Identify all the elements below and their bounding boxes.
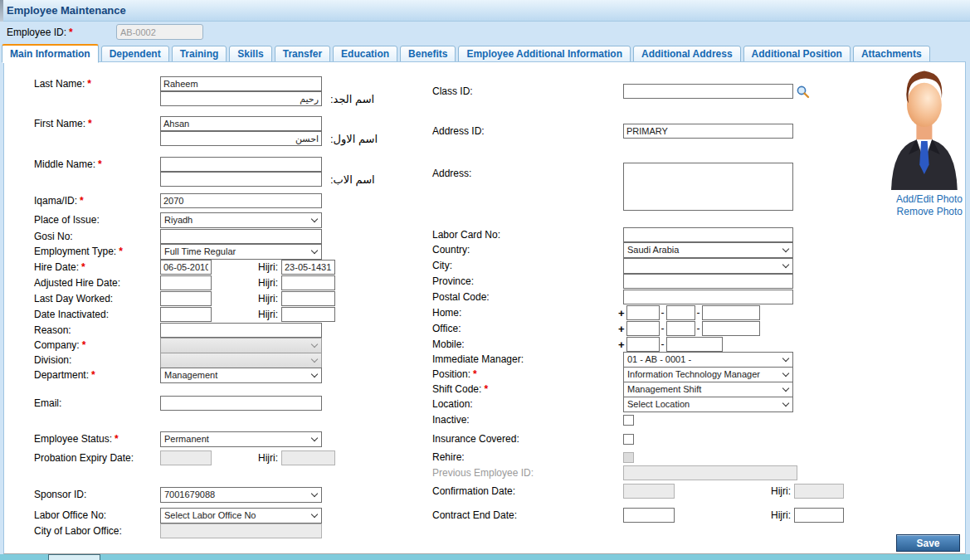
date-inactivated-field[interactable]	[160, 307, 212, 322]
office-phone-area-field[interactable]	[666, 321, 695, 336]
tab-attachments[interactable]: Attachments	[853, 46, 930, 62]
adjusted-hire-date-label: Adjusted Hire Date:	[34, 277, 160, 289]
iqama-id-field[interactable]	[160, 193, 322, 208]
chevron-down-icon	[311, 215, 318, 222]
home-phone-area-field[interactable]	[666, 305, 695, 320]
tab-training[interactable]: Training	[172, 46, 227, 62]
last-day-worked-field[interactable]	[160, 291, 212, 306]
tab-transfer[interactable]: Transfer	[275, 46, 330, 62]
first-name-field[interactable]	[160, 116, 322, 131]
confirmation-date-hijri-field	[794, 484, 844, 499]
gosi-no-field[interactable]	[160, 229, 322, 244]
adjusted-hire-date-hijri-field[interactable]	[281, 275, 335, 290]
contract-end-date-field[interactable]	[623, 508, 675, 523]
lookup-magnifier-icon[interactable]	[796, 85, 810, 99]
mobile-phone-label: Mobile:	[432, 338, 618, 350]
hijri-label: Hijri:	[675, 485, 791, 497]
place-of-issue-select[interactable]: Riyadh	[160, 212, 322, 228]
location-select[interactable]: Select Location	[623, 397, 793, 412]
save-button[interactable]: Save	[896, 534, 960, 552]
department-row: Department:* Management	[34, 368, 322, 382]
shift-code-select[interactable]: Management Shift	[623, 382, 793, 397]
province-field[interactable]	[623, 274, 793, 289]
last-name-label: Last Name:	[34, 78, 85, 90]
chevron-down-icon	[782, 261, 789, 267]
employee-status-row: Employee Status:* Permanent	[34, 431, 322, 446]
last-name-row: Last Name:*	[34, 76, 322, 91]
reason-row: Reason:	[34, 323, 322, 338]
hire-date-field[interactable]	[160, 260, 212, 275]
last-name-arabic-field[interactable]	[160, 91, 322, 106]
employee-status-select[interactable]: Permanent	[160, 431, 322, 447]
address-field[interactable]	[623, 163, 793, 211]
chevron-down-icon	[311, 489, 318, 496]
contract-end-date-row: Contract End Date: Hijri:	[432, 508, 844, 523]
first-name-arabic-field[interactable]	[160, 131, 322, 146]
date-inactivated-hijri-field[interactable]	[281, 307, 335, 322]
add-edit-photo-link[interactable]: Add/Edit Photo	[881, 193, 964, 206]
plus-sign: +	[618, 307, 625, 319]
tab-skills[interactable]: Skills	[229, 46, 271, 62]
remove-photo-link[interactable]: Remove Photo	[881, 206, 964, 218]
tab-employee-additional-information[interactable]: Employee Additional Information	[458, 46, 631, 62]
sponsor-id-select[interactable]: 7001679088	[160, 487, 322, 503]
home-phone-country-field[interactable]	[626, 305, 660, 320]
contract-end-date-label: Contract End Date:	[432, 509, 623, 521]
tab-additional-address[interactable]: Additional Address	[633, 46, 741, 62]
position-select[interactable]: Information Technology Manager	[623, 367, 793, 382]
country-row: Country: Saudi Arabia	[432, 242, 793, 257]
chevron-down-icon	[311, 510, 318, 517]
address-id-row: Address ID:	[432, 124, 793, 139]
chevron-down-icon	[311, 246, 318, 253]
address-id-field[interactable]	[623, 124, 793, 139]
reason-field[interactable]	[160, 323, 322, 338]
class-id-field[interactable]	[623, 84, 793, 99]
office-phone-number-field[interactable]	[702, 321, 760, 336]
tab-strip: Main Information Dependent Training Skil…	[2, 43, 970, 62]
country-select[interactable]: Saudi Arabia	[623, 242, 793, 258]
postal-code-field[interactable]	[623, 290, 793, 304]
department-select[interactable]: Management	[160, 368, 322, 383]
office-phone-country-field[interactable]	[626, 321, 660, 336]
hire-date-hijri-field[interactable]	[281, 260, 335, 275]
last-name-arabic-row: اسم الجد:	[34, 91, 374, 106]
contract-end-date-hijri-field[interactable]	[794, 508, 844, 523]
inactive-checkbox[interactable]	[623, 415, 634, 426]
insurance-covered-checkbox[interactable]	[623, 434, 634, 445]
first-name-row: First Name:*	[34, 116, 322, 131]
chevron-down-icon	[782, 369, 789, 376]
tab-benefits[interactable]: Benefits	[400, 46, 456, 62]
city-label: City:	[432, 260, 623, 271]
city-select[interactable]	[623, 258, 793, 274]
adjusted-hire-date-field[interactable]	[160, 275, 212, 290]
confirmation-date-label: Confirmation Date:	[432, 485, 623, 497]
place-of-issue-row: Place of Issue: Riyadh	[34, 212, 322, 227]
chevron-down-icon	[782, 245, 789, 251]
plus-sign: +	[618, 338, 625, 351]
plus-sign: +	[618, 323, 625, 335]
employee-photo	[883, 64, 963, 190]
mobile-phone-country-field[interactable]	[626, 337, 660, 352]
middle-name-arabic-field[interactable]	[160, 172, 322, 187]
tab-additional-position[interactable]: Additional Position	[743, 46, 851, 62]
last-day-worked-hijri-field[interactable]	[281, 291, 335, 306]
division-row: Division:	[34, 353, 322, 368]
mobile-phone-number-field[interactable]	[666, 337, 723, 352]
middle-name-field[interactable]	[160, 157, 322, 172]
probation-expiry-date-row: Probation Expiry Date: Hijri:	[34, 450, 335, 465]
labor-office-no-select[interactable]: Select Labor Office No	[160, 508, 322, 523]
immediate-manager-select[interactable]: 01 - AB - 0001 -	[623, 352, 793, 368]
tab-main-information[interactable]: Main Information	[2, 44, 99, 63]
rehire-row: Rehire:	[432, 450, 634, 465]
last-name-field[interactable]	[160, 76, 322, 91]
labor-card-no-field[interactable]	[623, 227, 793, 242]
mobile-phone-row: Mobile: + -	[432, 337, 723, 352]
tab-education[interactable]: Education	[333, 46, 397, 62]
sponsor-id-row: Sponsor ID: 7001679088	[34, 487, 322, 502]
taskbar-item[interactable]	[48, 554, 100, 560]
place-of-issue-label: Place of Issue:	[34, 214, 160, 226]
tab-dependent[interactable]: Dependent	[101, 46, 169, 62]
employment-type-select[interactable]: Full Time Regular	[160, 244, 322, 260]
home-phone-number-field[interactable]	[702, 305, 760, 320]
email-field[interactable]	[160, 396, 322, 411]
